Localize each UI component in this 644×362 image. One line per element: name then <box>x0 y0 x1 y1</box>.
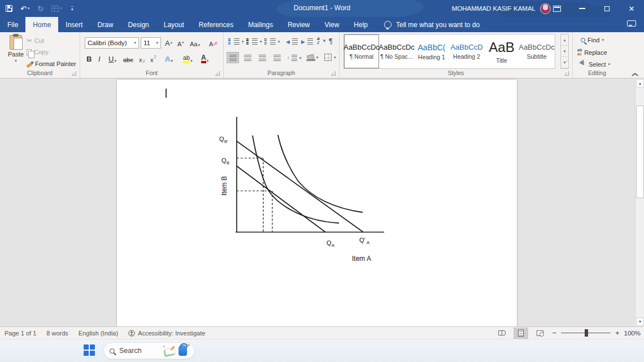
tab-mailings[interactable]: Mailings <box>241 17 280 32</box>
find-button[interactable]: Find▾ <box>581 37 604 43</box>
restore-button[interactable] <box>594 0 619 17</box>
underline-button[interactable]: U▾ <box>108 53 116 64</box>
paragraph-dialog-launcher[interactable] <box>331 71 336 76</box>
shading-button[interactable]: ▾ <box>307 55 319 60</box>
sort-button[interactable]: AZ▼ <box>317 37 327 45</box>
scroll-up-icon[interactable]: ▲ <box>636 79 644 88</box>
sparkle-icon <box>188 344 190 346</box>
superscript-button[interactable]: x2 <box>150 53 156 64</box>
tab-draw[interactable]: Draw <box>90 17 120 32</box>
paste-button[interactable]: Paste ▾ <box>8 35 24 63</box>
web-layout-button[interactable] <box>533 328 547 339</box>
tab-layout[interactable]: Layout <box>156 17 192 32</box>
start-button[interactable] <box>84 344 95 356</box>
align-left-button[interactable] <box>227 52 239 63</box>
minimize-button[interactable] <box>569 0 594 17</box>
grow-font-button[interactable]: A▴ <box>165 37 172 49</box>
style-title[interactable]: AaB Title <box>484 34 519 68</box>
vertical-scrollbar[interactable]: ▲ ▼ <box>635 78 644 326</box>
tab-references[interactable]: References <box>192 17 241 32</box>
replace-button[interactable]: abac Replace <box>577 49 607 56</box>
increase-indent-button[interactable]: ▶ <box>301 38 313 45</box>
search-input[interactable] <box>119 347 159 355</box>
font-family-combobox[interactable]: Calibri (Body)▾ <box>85 37 139 49</box>
style-no-spacing[interactable]: AaBbCcDc ¶ No Spac... <box>379 34 414 68</box>
select-button[interactable]: Select▾ <box>581 60 610 68</box>
font-dialog-launcher[interactable] <box>215 71 220 76</box>
account-area[interactable]: MOHAMMAD KASIF KAMAL <box>452 0 551 17</box>
document-page[interactable]: Q B′ Q B Item B Q A Q′ A Item A <box>117 80 517 326</box>
zoom-slider-thumb[interactable] <box>585 329 588 337</box>
taskbar-search[interactable]: + <box>103 342 195 359</box>
tab-insert[interactable]: Insert <box>58 17 90 32</box>
format-painter-button[interactable]: Format Painter <box>27 60 76 67</box>
subscript-button[interactable]: x2 <box>139 53 145 64</box>
font-color-button[interactable]: A▾ <box>201 53 208 64</box>
style-preview: AaBbCcDc <box>343 43 380 51</box>
word-count[interactable]: 8 words <box>46 330 68 337</box>
bullets-button[interactable]: ▾ <box>228 38 244 45</box>
page-indicator[interactable]: Page 1 of 1 <box>5 330 36 337</box>
scroll-down-icon[interactable]: ▼ <box>636 317 644 326</box>
align-center-button[interactable] <box>241 52 254 63</box>
clipboard-dialog-launcher[interactable] <box>72 71 76 76</box>
highlight-icon: ab <box>183 55 190 63</box>
tab-view[interactable]: View <box>317 17 347 32</box>
line-spacing-button[interactable]: ↕▾ <box>287 55 302 61</box>
tell-me-box[interactable]: Tell me what you want to do <box>384 17 480 32</box>
italic-button[interactable]: I <box>98 53 101 64</box>
bold-button[interactable]: B <box>86 53 92 64</box>
collapse-ribbon-icon[interactable] <box>630 71 638 76</box>
styles-dialog-launcher[interactable] <box>564 71 569 76</box>
multilevel-list-button[interactable]: ▾ <box>264 38 280 45</box>
search-icon <box>110 348 115 354</box>
show-paragraph-marks-button[interactable]: ¶ <box>329 37 333 45</box>
borders-button[interactable]: ▾ <box>324 54 336 61</box>
sort-z: Z <box>317 41 320 45</box>
zoom-slider[interactable] <box>561 333 611 333</box>
accessibility-status[interactable]: Accessibility: Investigate <box>128 330 205 337</box>
read-mode-button[interactable] <box>494 328 509 339</box>
justify-button[interactable] <box>271 52 283 63</box>
tab-review[interactable]: Review <box>280 17 317 32</box>
window-controls: ✕ <box>545 0 644 17</box>
tab-help[interactable]: Help <box>346 17 375 32</box>
style-normal[interactable]: AaBbCcDc ¶ Normal <box>344 34 379 68</box>
style-heading-2[interactable]: AaBbCcD Heading 2 <box>449 34 484 68</box>
shrink-font-button[interactable]: A▾ <box>177 37 184 49</box>
zoom-out-button[interactable]: − <box>552 329 556 337</box>
align-right-button[interactable] <box>256 52 268 63</box>
zoom-level[interactable]: 100% <box>624 330 641 337</box>
styles-scroll-up-icon[interactable]: ▲ <box>561 34 568 46</box>
style-preview: AaBbCcD <box>450 43 482 51</box>
language-indicator[interactable]: English (India) <box>79 330 118 337</box>
style-subtitle[interactable]: AaBbCcDc Subtitle <box>519 34 554 68</box>
text-effects-button[interactable]: A▾ <box>165 53 173 64</box>
tab-file[interactable]: File <box>0 17 25 32</box>
decrease-indent-button[interactable]: ◀ <box>286 38 298 45</box>
cut-button[interactable]: ✂ Cut <box>27 37 44 45</box>
print-layout-button[interactable] <box>514 328 528 339</box>
numbering-button[interactable]: ▾ <box>246 38 262 45</box>
clear-formatting-button[interactable]: A <box>209 37 217 49</box>
styles-scroll-down-icon[interactable]: ▼ <box>561 46 568 57</box>
editing-group: Find▾ abac Replace Select▾ Editing <box>573 32 621 78</box>
tab-design[interactable]: Design <box>120 17 156 32</box>
comments-icon[interactable] <box>627 20 636 27</box>
scrollbar-thumb[interactable] <box>636 106 644 198</box>
close-button[interactable]: ✕ <box>619 0 644 17</box>
style-preview: AaBbCcDc <box>378 43 415 51</box>
highlight-color-button[interactable]: ab▾ <box>183 53 193 64</box>
ribbon-display-options-button[interactable] <box>545 0 569 17</box>
tab-home[interactable]: Home <box>25 17 58 32</box>
copy-label: Copy <box>34 49 49 55</box>
search-highlight-art[interactable]: + <box>164 344 189 357</box>
change-case-button[interactable]: Aa▾ <box>190 37 200 49</box>
styles-gallery-expand-icon[interactable]: ▼̅ <box>561 57 568 68</box>
style-heading-1[interactable]: AaBbC( Heading 1 <box>414 34 449 68</box>
font-size-combobox[interactable]: 11▾ <box>141 37 161 49</box>
zoom-in-button[interactable]: + <box>615 329 620 337</box>
document-area[interactable]: Q B′ Q B Item B Q A Q′ A Item A ▲ ▼ <box>0 78 644 326</box>
strikethrough-button[interactable]: abc <box>123 53 133 64</box>
copy-button[interactable]: Copy <box>27 49 49 55</box>
